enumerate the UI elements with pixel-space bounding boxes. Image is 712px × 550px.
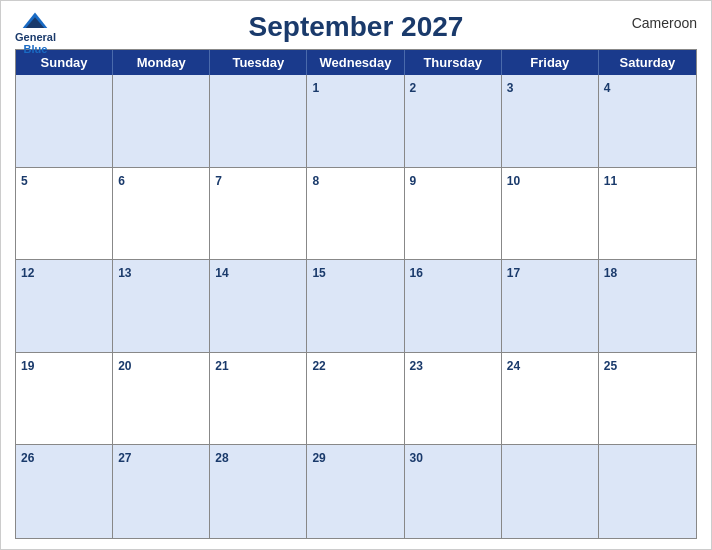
day-number: 19: [21, 359, 34, 373]
day-number: 12: [21, 266, 34, 280]
day-cell-w4-d2: 20: [113, 353, 210, 446]
day-cell-w1-d1: [16, 75, 113, 168]
day-number: 30: [410, 451, 423, 465]
day-number: 14: [215, 266, 228, 280]
day-cell-w3-d7: 18: [599, 260, 696, 353]
day-cell-w2-d1: 5: [16, 168, 113, 261]
logo-general-text: General: [15, 31, 56, 43]
day-number: 26: [21, 451, 34, 465]
day-cell-w4-d6: 24: [502, 353, 599, 446]
day-number: 2: [410, 81, 417, 95]
logo-icon: [21, 11, 49, 31]
day-cell-w4-d5: 23: [405, 353, 502, 446]
day-cell-w3-d6: 17: [502, 260, 599, 353]
day-number: 1: [312, 81, 319, 95]
day-number: 20: [118, 359, 131, 373]
week-row-5: 2627282930: [16, 445, 696, 538]
day-cell-w2-d2: 6: [113, 168, 210, 261]
week-row-1: 1234: [16, 75, 696, 168]
day-cell-w2-d3: 7: [210, 168, 307, 261]
day-cell-w5-d3: 28: [210, 445, 307, 538]
day-number: 16: [410, 266, 423, 280]
calendar-container: General Blue September 2027 Cameroon Sun…: [0, 0, 712, 550]
day-cell-w4-d7: 25: [599, 353, 696, 446]
day-cell-w3-d2: 13: [113, 260, 210, 353]
week-row-3: 12131415161718: [16, 260, 696, 353]
day-cell-w3-d5: 16: [405, 260, 502, 353]
day-cell-w5-d2: 27: [113, 445, 210, 538]
day-number: 7: [215, 174, 222, 188]
day-cell-w5-d1: 26: [16, 445, 113, 538]
day-cell-w2-d7: 11: [599, 168, 696, 261]
day-cell-w3-d1: 12: [16, 260, 113, 353]
day-cell-w3-d4: 15: [307, 260, 404, 353]
day-cell-w1-d6: 3: [502, 75, 599, 168]
day-cell-w2-d4: 8: [307, 168, 404, 261]
weeks-container: 1234567891011121314151617181920212223242…: [16, 75, 696, 538]
calendar-header: General Blue September 2027 Cameroon: [15, 11, 697, 43]
day-number: 17: [507, 266, 520, 280]
day-cell-w4-d4: 22: [307, 353, 404, 446]
country-label: Cameroon: [632, 15, 697, 31]
day-cell-w3-d3: 14: [210, 260, 307, 353]
calendar-title: September 2027: [249, 11, 464, 43]
day-cell-w1-d5: 2: [405, 75, 502, 168]
day-number: 21: [215, 359, 228, 373]
day-cell-w1-d3: [210, 75, 307, 168]
logo-area: General Blue: [15, 11, 56, 55]
header-wednesday: Wednesday: [307, 50, 404, 75]
day-number: 23: [410, 359, 423, 373]
day-cell-w5-d6: [502, 445, 599, 538]
day-cell-w5-d7: [599, 445, 696, 538]
day-headers-row: Sunday Monday Tuesday Wednesday Thursday…: [16, 50, 696, 75]
day-cell-w5-d4: 29: [307, 445, 404, 538]
day-cell-w1-d7: 4: [599, 75, 696, 168]
day-number: 24: [507, 359, 520, 373]
day-cell-w5-d5: 30: [405, 445, 502, 538]
day-cell-w2-d6: 10: [502, 168, 599, 261]
week-row-2: 567891011: [16, 168, 696, 261]
header-thursday: Thursday: [405, 50, 502, 75]
day-number: 28: [215, 451, 228, 465]
day-number: 8: [312, 174, 319, 188]
day-number: 22: [312, 359, 325, 373]
day-number: 13: [118, 266, 131, 280]
logo-blue-text: Blue: [24, 43, 48, 55]
day-cell-w4-d3: 21: [210, 353, 307, 446]
day-number: 29: [312, 451, 325, 465]
header-friday: Friday: [502, 50, 599, 75]
calendar-grid: Sunday Monday Tuesday Wednesday Thursday…: [15, 49, 697, 539]
day-number: 3: [507, 81, 514, 95]
day-number: 18: [604, 266, 617, 280]
day-number: 27: [118, 451, 131, 465]
header-monday: Monday: [113, 50, 210, 75]
day-cell-w4-d1: 19: [16, 353, 113, 446]
day-number: 9: [410, 174, 417, 188]
day-number: 6: [118, 174, 125, 188]
header-tuesday: Tuesday: [210, 50, 307, 75]
header-saturday: Saturday: [599, 50, 696, 75]
week-row-4: 19202122232425: [16, 353, 696, 446]
day-number: 10: [507, 174, 520, 188]
day-number: 15: [312, 266, 325, 280]
day-number: 25: [604, 359, 617, 373]
day-cell-w1-d4: 1: [307, 75, 404, 168]
day-number: 5: [21, 174, 28, 188]
day-number: 4: [604, 81, 611, 95]
day-number: 11: [604, 174, 617, 188]
day-cell-w2-d5: 9: [405, 168, 502, 261]
day-cell-w1-d2: [113, 75, 210, 168]
